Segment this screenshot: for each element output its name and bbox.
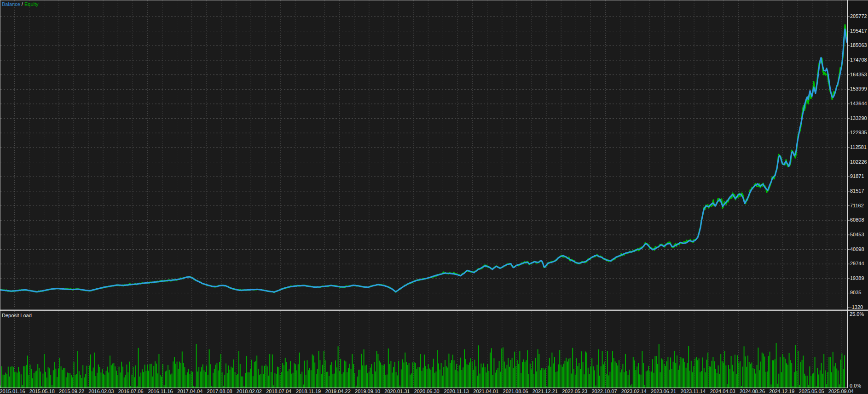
y-axis-label: 9035: [850, 290, 861, 296]
strategy-tester-graph: Balance / Equity Deposit Load 25.0% 0.0%…: [0, 0, 868, 394]
deposit-load-title: Deposit Load: [2, 312, 32, 319]
y-axis-label: 19389: [850, 275, 864, 282]
y-axis-label: 143644: [850, 101, 867, 107]
y-axis-label: 81517: [850, 188, 864, 194]
y-axis-label: 164353: [850, 72, 867, 78]
chart-legend: Balance / Equity: [2, 1, 39, 7]
y-axis-label: 195417: [850, 28, 867, 34]
y-axis-label: 60808: [850, 217, 864, 223]
y-axis-label: 174708: [850, 57, 867, 63]
y-axis-label: 40098: [850, 246, 864, 253]
y-axis-label: 91871: [850, 173, 864, 180]
y-axis-label: 122935: [850, 130, 867, 136]
x-axis-label: 2025.09.04: [823, 388, 858, 394]
balance-legend-label: Balance: [2, 1, 20, 7]
deposit-min-label: 0.0%: [850, 383, 861, 389]
y-axis-label: 102226: [850, 159, 867, 166]
y-axis-label: 29744: [850, 261, 864, 267]
y-axis-label: 133290: [850, 115, 867, 122]
y-axis-label: -1320: [850, 304, 863, 311]
y-axis-label: 50453: [850, 232, 864, 238]
y-axis-label: 112581: [850, 144, 867, 151]
deposit-max-label: 25.0%: [850, 311, 864, 317]
y-axis-label: 71162: [850, 203, 864, 209]
y-axis-label: 153999: [850, 86, 867, 92]
y-axis-label: 185063: [850, 42, 867, 49]
y-axis-label: 205772: [850, 13, 867, 20]
graph-canvas[interactable]: [0, 0, 868, 394]
equity-legend-label: Equity: [24, 1, 39, 7]
